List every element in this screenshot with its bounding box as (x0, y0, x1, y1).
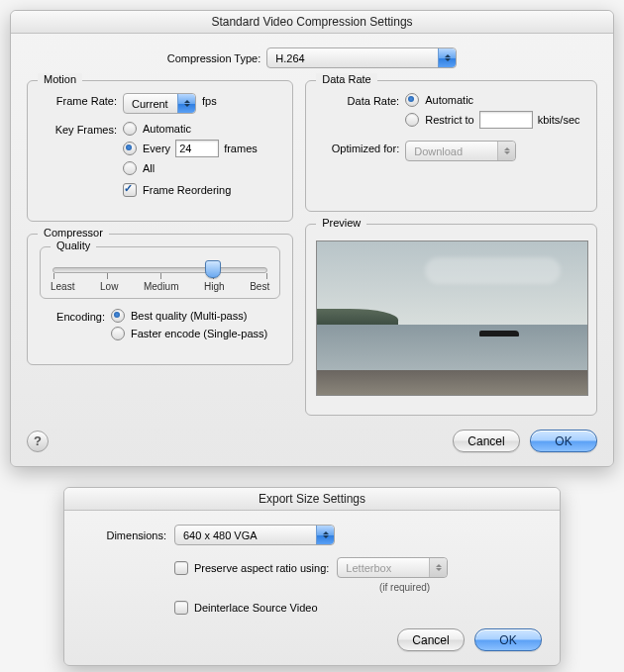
frame-reordering-label: Frame Reordering (143, 184, 231, 196)
encoding-faster-label: Faster encode (Single-pass) (131, 328, 267, 339)
frame-rate-label: Frame Rate: (40, 93, 123, 107)
chevron-updown-icon (438, 48, 456, 67)
preserve-mode-select: Letterbox (337, 557, 448, 578)
compression-type-select[interactable]: H.264 (266, 48, 457, 68)
key-frames-every-label: Every (143, 143, 170, 154)
key-frames-every-unit: frames (224, 143, 258, 154)
datarate-restrict-label: Restrict to (425, 114, 474, 126)
quality-tick-low: Low (100, 281, 118, 292)
compression-type-label: Compression Type: (167, 52, 261, 64)
preserve-aspect-label: Preserve aspect ratio using: (194, 562, 329, 574)
cancel-label: Cancel (412, 633, 449, 647)
key-frames-automatic-label: Automatic (143, 123, 191, 135)
optimized-select: Download (405, 141, 516, 161)
help-icon: ? (34, 433, 42, 448)
chevron-updown-icon (177, 94, 195, 113)
key-frames-all-radio[interactable] (123, 161, 137, 175)
quality-tick-high: High (204, 281, 225, 292)
ok-button[interactable]: OK (530, 430, 597, 452)
compressor-legend: Compressor (38, 227, 109, 239)
deinterlace-checkbox[interactable] (174, 601, 188, 615)
ok-label: OK (555, 434, 572, 448)
ok-label: OK (499, 633, 516, 647)
compressor-group: Compressor Quality Least (27, 234, 293, 365)
quality-slider[interactable] (52, 267, 267, 273)
compression-type-value: H.264 (267, 52, 310, 64)
encoding-faster-radio[interactable] (111, 327, 125, 340)
slider-thumb[interactable] (205, 260, 221, 278)
cancel-label: Cancel (468, 434, 504, 448)
preview-image (316, 240, 588, 396)
datarate-restrict-unit: kbits/sec (538, 114, 580, 126)
datarate-restrict-radio[interactable] (405, 113, 419, 127)
datarate-automatic-label: Automatic (425, 94, 473, 106)
datarate-restrict-input[interactable] (479, 111, 533, 129)
quality-group: Quality Least Low Medium (40, 246, 280, 299)
motion-legend: Motion (38, 73, 82, 85)
dimensions-select[interactable]: 640 x 480 VGA (174, 525, 335, 545)
optimized-value: Download (406, 145, 468, 157)
help-button[interactable]: ? (27, 431, 49, 452)
preview-group: Preview (305, 224, 597, 416)
optimized-label: Optimized for: (318, 141, 405, 154)
dimensions-label: Dimensions: (82, 529, 174, 541)
datarate-automatic-radio[interactable] (405, 93, 419, 107)
frame-rate-unit: fps (202, 93, 217, 107)
frame-rate-select[interactable]: Current (123, 93, 196, 114)
export-size-dialog: Export Size Settings Dimensions: 640 x 4… (63, 487, 561, 666)
dialog2-title: Export Size Settings (64, 488, 560, 511)
chevron-updown-icon (316, 526, 334, 544)
quality-legend: Quality (51, 240, 96, 251)
datarate-legend: Data Rate (316, 73, 377, 85)
cancel-button[interactable]: Cancel (397, 628, 465, 651)
motion-group: Motion Frame Rate: Current fps Key Frame… (27, 80, 293, 222)
preview-legend: Preview (316, 217, 366, 229)
quality-tick-least: Least (51, 281, 74, 292)
key-frames-every-radio[interactable] (123, 142, 137, 155)
compression-settings-dialog: Standard Video Compression Settings Comp… (10, 10, 614, 467)
quality-tick-best: Best (250, 281, 269, 292)
chevron-updown-icon (497, 142, 515, 160)
dialog-title: Standard Video Compression Settings (11, 11, 613, 34)
frame-reordering-checkbox[interactable] (123, 183, 137, 197)
ok-button[interactable]: OK (474, 628, 542, 651)
deinterlace-label: Deinterlace Source Video (194, 602, 318, 614)
dimensions-value: 640 x 480 VGA (175, 529, 263, 541)
encoding-best-radio[interactable] (111, 309, 125, 323)
datarate-label: Data Rate: (318, 93, 405, 107)
frame-rate-value: Current (124, 98, 174, 110)
quality-tick-medium: Medium (144, 281, 179, 292)
key-frames-label: Key Frames: (40, 122, 123, 136)
datarate-group: Data Rate Data Rate: Automatic Restrict … (305, 80, 597, 212)
key-frames-all-label: All (143, 162, 155, 174)
encoding-best-label: Best quality (Multi-pass) (131, 310, 247, 322)
encoding-label: Encoding: (40, 309, 111, 323)
cancel-button[interactable]: Cancel (453, 430, 520, 452)
preserve-aspect-checkbox[interactable] (174, 561, 188, 575)
preserve-mode-value: Letterbox (338, 562, 397, 574)
key-frames-every-input[interactable] (175, 140, 219, 157)
key-frames-automatic-radio[interactable] (123, 122, 137, 136)
if-required-hint: (if required) (379, 582, 542, 593)
chevron-updown-icon (429, 558, 447, 577)
